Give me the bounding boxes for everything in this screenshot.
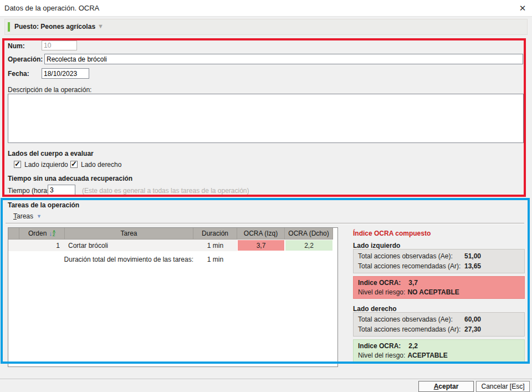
dialog-window: Datos de la operación. OCRA ✕ Puesto: Pe… <box>0 0 532 392</box>
riesgo-value-izq: NO ACEPTABLE <box>407 288 459 296</box>
duracion-total-value: 1 min <box>193 256 237 263</box>
indice-ocra-title: Índice OCRA compuesto <box>353 230 431 237</box>
tiempo-section-header: Tiempo sin una adecuada recuperación <box>8 175 132 182</box>
indice-value-izq: 3,7 <box>408 279 418 287</box>
table-header-orden[interactable]: Orden ↓ A Z <box>19 228 65 240</box>
table-header-tarea[interactable]: Tarea <box>65 228 193 240</box>
descripcion-textarea[interactable] <box>8 94 524 143</box>
tareas-menu-label: Tareas <box>13 212 33 220</box>
footer-divider <box>0 379 532 380</box>
riesgo-value-dcho: ACEPTABLE <box>407 352 447 359</box>
toolbar-separator <box>6 223 524 224</box>
table-cell-orden[interactable]: 1 <box>19 240 65 251</box>
ar-value-dcho: 27,30 <box>464 325 481 333</box>
cancelar-button[interactable]: Cancelar [Esc] <box>476 381 530 392</box>
green-accent-bar <box>8 22 10 32</box>
aceptar-button[interactable]: Aceptar <box>418 381 474 392</box>
table-cell-ocra-izq[interactable]: 3,7 <box>237 240 285 251</box>
table-cell-duracion[interactable]: 1 min <box>193 240 237 251</box>
descripcion-label: Descripción de la operación: <box>8 86 91 94</box>
chevron-down-icon[interactable]: ▼ <box>98 23 104 29</box>
riesgo-label-dcho: Nivel del riesgo: <box>358 352 405 359</box>
indice-label-dcho: Indice OCRA: <box>358 342 401 350</box>
puesto-label: Puesto: Peones agrícolas <box>14 23 95 30</box>
table-row-selector[interactable] <box>8 240 19 251</box>
tareas-menu-button[interactable]: Tareas ▼ <box>13 211 42 221</box>
close-icon[interactable]: ✕ <box>516 3 529 14</box>
sort-arrow-glyph: ↓ <box>49 230 52 237</box>
tiempo-horas-input[interactable] <box>48 185 75 195</box>
lado-derecho-checkbox[interactable] <box>70 161 78 168</box>
num-label: Num: <box>8 42 25 50</box>
duracion-total-label: Duración total del movimiento de las tar… <box>19 256 193 263</box>
table-header-ocra-dcho[interactable]: OCRA (Dcho) <box>285 228 333 240</box>
ae-label-izq: Total acciones observadas (Ae): <box>358 252 464 260</box>
indice-label-izq: Indice OCRA: <box>358 279 401 287</box>
lado-derecho-label[interactable]: Lado derecho <box>81 161 121 169</box>
tareas-table: Orden ↓ A Z Tarea Duración OCRA (Izq) OC… <box>8 227 338 367</box>
lado-izquierdo-header: Lado izquierdo <box>353 242 400 250</box>
lado-izquierdo-label[interactable]: Lado izquierdo <box>24 161 68 169</box>
sort-az-icon: ↓ A Z <box>49 230 55 237</box>
acciones-box-derecho: Total acciones observadas (Ae): 60,00 To… <box>353 312 525 337</box>
title-bar: Datos de la operación. OCRA ✕ <box>0 0 532 17</box>
operacion-input[interactable] <box>44 54 523 64</box>
num-input <box>42 40 77 50</box>
tareas-section-header: Tareas de la operación <box>8 201 79 209</box>
table-cell-ocra-dcho[interactable]: 2,2 <box>285 240 333 251</box>
fecha-label: Fecha: <box>8 70 29 78</box>
resultado-box-derecho: Indice OCRA:2,2 Nivel del riesgo:ACEPTAB… <box>353 339 525 362</box>
ar-label-izq: Total acciones recomendadas (Ar): <box>358 262 464 270</box>
table-header-duracion[interactable]: Duración <box>193 228 237 240</box>
table-cell-tarea[interactable]: Cortar brócoli <box>65 240 193 251</box>
riesgo-label-izq: Nivel del riesgo: <box>358 288 405 296</box>
chevron-down-icon: ▼ <box>37 213 42 219</box>
orden-header-label: Orden <box>28 230 47 237</box>
lado-derecho-header: Lado derecho <box>353 305 397 313</box>
ar-label-dcho: Total acciones recomendadas (Ar): <box>358 325 464 333</box>
acciones-box-izquierdo: Total acciones observadas (Ae): 51,00 To… <box>353 249 525 273</box>
table-header-selector <box>8 228 19 240</box>
operacion-label: Operación: <box>8 55 43 63</box>
table-header-ocra-izq[interactable]: OCRA (Izq) <box>237 228 285 240</box>
dialog-title: Datos de la operación. OCRA <box>4 4 99 12</box>
lado-izquierdo-checkbox[interactable] <box>14 161 21 168</box>
ae-value-dcho: 60,00 <box>464 315 481 323</box>
indice-value-dcho: 2,2 <box>408 342 418 350</box>
ae-label-dcho: Total acciones observadas (Ae): <box>358 315 464 323</box>
ar-value-izq: 13,65 <box>464 262 481 270</box>
sort-z-glyph: Z <box>53 233 55 237</box>
fecha-input[interactable] <box>42 68 89 79</box>
lados-section-header: Lados del cuerpo a evaluar <box>8 150 94 157</box>
resultado-box-izquierdo: Indice OCRA:3,7 Nivel del riesgo:NO ACEP… <box>353 276 525 299</box>
tiempo-note: (Este dato es general a todas las tareas… <box>82 187 249 195</box>
ae-value-izq: 51,00 <box>464 252 481 260</box>
